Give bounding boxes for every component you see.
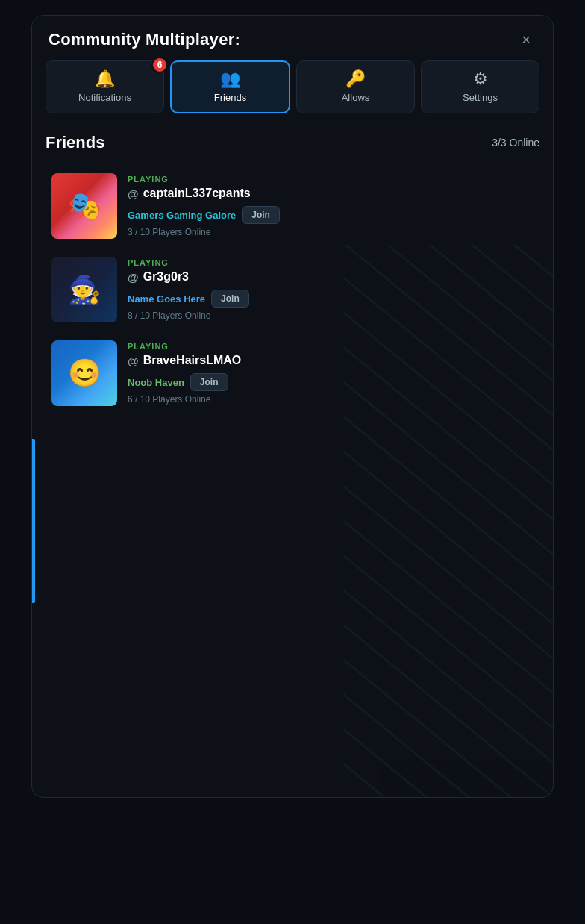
tab-notifications-label: Notifications — [78, 92, 131, 103]
server-info: Noob Haven Join — [128, 373, 534, 391]
server-info: Name Goes Here Join — [128, 290, 534, 308]
tab-friends-label: Friends — [214, 92, 246, 103]
gear-icon: ⚙ — [473, 71, 488, 87]
friends-icon: 👥 — [220, 71, 240, 87]
friend-item: PLAYING @ Gr3g0r3 Name Goes Here Join 8 … — [46, 249, 539, 330]
online-count: 3/3 Online — [492, 137, 539, 149]
tab-friends[interactable]: 👥 Friends — [170, 60, 290, 113]
tab-bar: 6 🔔 Notifications 👥 Friends 🔑 Allows ⚙ S… — [32, 60, 553, 125]
content-area: Friends 3/3 Online PLAYING @ captainL337… — [32, 125, 553, 797]
players-count: 8 / 10 Players Online — [128, 310, 534, 321]
left-accent-bar — [32, 439, 35, 603]
key-icon: 🔑 — [345, 71, 366, 87]
join-button[interactable]: Join — [242, 206, 280, 224]
server-name: Name Goes Here — [128, 293, 205, 305]
friend-name: @ Gr3g0r3 — [128, 270, 534, 284]
modal-header: Community Multiplayer: × — [32, 16, 553, 60]
players-count: 3 / 10 Players Online — [128, 227, 534, 237]
friends-header: Friends 3/3 Online — [46, 133, 539, 152]
friends-section-title: Friends — [46, 133, 104, 152]
friend-item: PLAYING @ captainL337cpants Gamers Gamin… — [46, 166, 539, 246]
tab-settings-label: Settings — [463, 92, 498, 103]
friend-info: PLAYING @ captainL337cpants Gamers Gamin… — [128, 175, 534, 237]
tab-allows-label: Allows — [342, 92, 370, 103]
join-button[interactable]: Join — [190, 373, 228, 391]
avatar — [51, 340, 117, 406]
playing-status: PLAYING — [128, 342, 534, 351]
join-button[interactable]: Join — [211, 290, 249, 308]
notifications-badge: 6 — [151, 57, 168, 73]
server-name: Gamers Gaming Galore — [128, 210, 236, 221]
playing-status: PLAYING — [128, 258, 534, 267]
friend-name: @ captainL337cpants — [128, 187, 534, 200]
tab-allows[interactable]: 🔑 Allows — [296, 60, 415, 113]
avatar — [51, 257, 117, 322]
server-name: Noob Haven — [128, 377, 184, 388]
server-info: Gamers Gaming Galore Join — [128, 206, 534, 224]
friend-item: PLAYING @ BraveHairsLMAO Noob Haven Join… — [46, 333, 539, 413]
close-button[interactable]: × — [516, 29, 536, 50]
friend-info: PLAYING @ Gr3g0r3 Name Goes Here Join 8 … — [128, 258, 534, 321]
tab-settings[interactable]: ⚙ Settings — [421, 60, 539, 113]
at-symbol: @ — [128, 355, 139, 367]
friend-name: @ BraveHairsLMAO — [128, 354, 534, 367]
at-symbol: @ — [128, 271, 139, 284]
community-multiplayer-modal: Community Multiplayer: × 6 🔔 Notificatio… — [31, 15, 554, 798]
friend-info: PLAYING @ BraveHairsLMAO Noob Haven Join… — [128, 342, 534, 405]
tab-notifications[interactable]: 6 🔔 Notifications — [46, 60, 164, 113]
at-symbol: @ — [128, 187, 139, 200]
bell-icon: 🔔 — [95, 71, 115, 87]
friend-list: PLAYING @ captainL337cpants Gamers Gamin… — [46, 166, 539, 413]
avatar — [51, 173, 117, 239]
players-count: 6 / 10 Players Online — [128, 394, 534, 405]
modal-title: Community Multiplayer: — [49, 30, 240, 49]
playing-status: PLAYING — [128, 175, 534, 184]
